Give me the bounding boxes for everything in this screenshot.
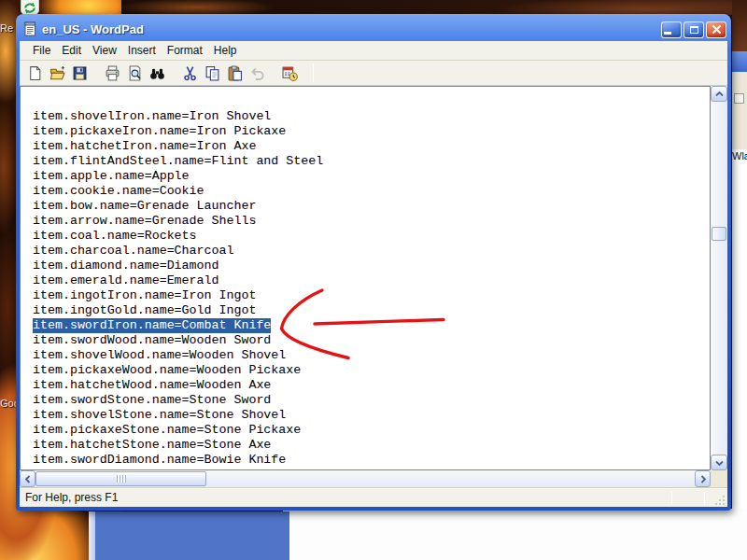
- menu-item-file[interactable]: File: [27, 41, 56, 60]
- vertical-scroll-thumb[interactable]: [712, 227, 726, 241]
- save-button[interactable]: [68, 63, 91, 83]
- copy-button[interactable]: [201, 63, 223, 83]
- background-window-bottom-border: [89, 511, 95, 560]
- toolbar-separator: [313, 63, 314, 82]
- doc-line[interactable]: item.charcoal.name=Charcoal: [33, 244, 710, 259]
- open-icon: [49, 65, 65, 81]
- paste-icon: [227, 65, 243, 81]
- print-icon: [105, 65, 120, 81]
- doc-line[interactable]: item.ingotIron.name=Iron Ingot: [33, 288, 710, 303]
- selected-line-text[interactable]: item.swordIron.name=Combat Knife: [33, 318, 271, 333]
- doc-line[interactable]: item.apple.name=Apple: [33, 169, 710, 184]
- status-separator: [704, 492, 705, 504]
- doc-line[interactable]: item.swordWood.name=Wooden Sword: [33, 333, 710, 348]
- chevron-right-icon: [700, 475, 706, 483]
- toolbar-group: [23, 63, 91, 83]
- maximize-icon: [690, 26, 698, 34]
- doc-line[interactable]: item.diamond.name=Diamond: [33, 259, 710, 273]
- status-text: For Help, press F1: [25, 491, 118, 504]
- background-window-bottom-area: [283, 509, 747, 560]
- desktop-icon-label-partial-2: Goo: [0, 398, 16, 409]
- horizontal-scroll-thumb[interactable]: [35, 471, 206, 486]
- refresh-icon[interactable]: [21, 0, 39, 15]
- scroll-thumb-grip: [117, 475, 126, 483]
- toolbar-group: [278, 63, 301, 83]
- doc-line[interactable]: item.cookie.name=Cookie: [33, 184, 710, 199]
- undo-button: [246, 63, 268, 83]
- new-button[interactable]: [23, 63, 46, 83]
- title-bar[interactable]: en_US - WordPad: [16, 14, 731, 41]
- doc-line[interactable]: item.hatchetStone.name=Stone Axe: [33, 438, 710, 453]
- doc-line[interactable]: item.pickaxeWood.name=Wooden Pickaxe: [33, 363, 710, 378]
- close-button[interactable]: [706, 21, 726, 38]
- desktop-top-strip: [121, 0, 747, 15]
- wordpad-document-icon: [22, 21, 37, 36]
- doc-line[interactable]: item.pickaxeStone.name=Stone Pickaxe: [33, 423, 710, 438]
- save-icon: [72, 65, 88, 81]
- toolbar-groups: [23, 63, 311, 83]
- cut-button[interactable]: [178, 63, 201, 83]
- doc-line[interactable]: item.hatchetWood.name=Wooden Axe: [33, 378, 710, 393]
- status-separator: [671, 492, 672, 504]
- window-body: FileEditViewInsertFormatHelp item.shovel…: [20, 41, 727, 507]
- doc-line[interactable]: item.flintAndSteel.name=Flint and Steel: [33, 154, 710, 169]
- chevron-up-icon: [715, 91, 724, 97]
- find-icon: [149, 65, 165, 81]
- find-button[interactable]: [146, 63, 168, 83]
- chevron-down-icon: [715, 460, 724, 466]
- doc-line[interactable]: item.shovelWood.name=Wooden Shovel: [33, 348, 710, 363]
- print-preview-button[interactable]: [123, 63, 146, 83]
- doc-line[interactable]: item.coal.name=Rockets: [33, 229, 710, 244]
- horizontal-scrollbar[interactable]: [20, 470, 711, 487]
- doc-line[interactable]: item.shovelIron.name=Iron Shovel: [33, 109, 710, 124]
- document-view: item.shovelIron.name=Iron Shovelitem.pic…: [20, 86, 727, 487]
- doc-line[interactable]: item.shovelStone.name=Stone Shovel: [33, 408, 710, 423]
- chevron-left-icon: [25, 475, 31, 483]
- new-icon: [27, 65, 43, 81]
- window-title: en_US - WordPad: [42, 22, 661, 36]
- doc-line[interactable]: item.swordIron.name=Combat Knife: [33, 318, 710, 333]
- menu-item-view[interactable]: View: [87, 41, 122, 60]
- vertical-scrollbar[interactable]: [711, 86, 727, 470]
- doc-line[interactable]: item.arrow.name=Grenade Shells: [33, 214, 710, 229]
- undo-icon: [249, 65, 265, 81]
- minimize-icon: [664, 32, 671, 35]
- doc-line[interactable]: item.bow.name=Grenade Launcher: [33, 199, 710, 214]
- status-bar: For Help, press F1: [20, 487, 727, 507]
- scroll-left-button[interactable]: [20, 470, 35, 487]
- wallpaper-right-edge: [732, 0, 747, 53]
- background-window-button-edge: [734, 93, 744, 104]
- doc-line[interactable]: item.emerald.name=Emerald: [33, 273, 710, 288]
- date-time-button[interactable]: [278, 63, 301, 83]
- date-time-icon: [282, 65, 298, 81]
- print-preview-icon: [127, 65, 143, 81]
- menu-item-format[interactable]: Format: [162, 41, 208, 60]
- resize-grip[interactable]: [714, 494, 726, 506]
- scroll-right-button[interactable]: [695, 470, 711, 487]
- menu-item-insert[interactable]: Insert: [122, 41, 162, 60]
- cut-icon: [182, 65, 198, 81]
- menu-item-help[interactable]: Help: [208, 41, 243, 60]
- desktop-icon-label-partial: Re: [0, 22, 14, 34]
- document-text: item.shovelIron.name=Iron Shovelitem.pic…: [21, 87, 710, 468]
- maximize-button[interactable]: [684, 21, 704, 38]
- toolbar: [20, 61, 727, 86]
- menu-item-edit[interactable]: Edit: [56, 41, 87, 60]
- paste-button[interactable]: [223, 63, 246, 83]
- print-button[interactable]: [101, 63, 123, 83]
- document-canvas[interactable]: item.shovelIron.name=Iron Shovelitem.pic…: [20, 86, 711, 470]
- background-window-titlebar-edge: [732, 51, 747, 72]
- doc-line[interactable]: item.swordStone.name=Stone Sword: [33, 393, 710, 408]
- doc-line[interactable]: item.hatchetIron.name=Iron Axe: [33, 139, 710, 154]
- scrollbar-corner: [711, 470, 727, 487]
- doc-line[interactable]: item.ingotGold.name=Gold Ingot: [33, 303, 710, 318]
- doc-line[interactable]: item.swordDiamond.name=Bowie Knife: [33, 453, 710, 468]
- scroll-down-button[interactable]: [711, 455, 727, 470]
- toolbar-group: [178, 63, 268, 83]
- menu-bar: FileEditViewInsertFormatHelp: [20, 41, 727, 61]
- close-icon: [712, 24, 722, 35]
- doc-line[interactable]: item.pickaxeIron.name=Iron Pickaxe: [33, 124, 710, 139]
- open-button[interactable]: [46, 63, 68, 83]
- scroll-up-button[interactable]: [711, 86, 727, 102]
- minimize-button[interactable]: [661, 21, 682, 38]
